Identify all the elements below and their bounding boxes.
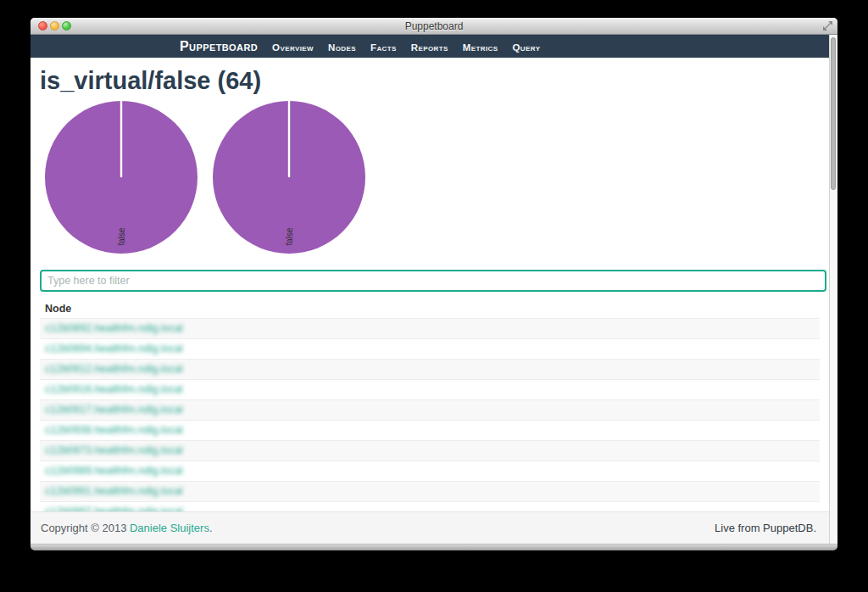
nav-item-metrics[interactable]: Metrics bbox=[463, 42, 498, 53]
navbar-brand[interactable]: Puppetboard bbox=[180, 35, 258, 58]
table-row: c12b0917.healthfm.ndlg.local bbox=[40, 400, 820, 421]
node-table: Node c12b0892.healthfm.ndlg.local c12b08… bbox=[40, 301, 820, 511]
pie-slice-label: false bbox=[117, 227, 126, 246]
table-row: c12b0989.healthfm.ndlg.local bbox=[40, 461, 820, 482]
table-row: c12b0991.healthfm.ndlg.local bbox=[40, 482, 820, 502]
fullscreen-expand-icon[interactable] bbox=[823, 21, 832, 31]
nav-item-facts[interactable]: Facts bbox=[370, 42, 397, 53]
desktop-background: Puppetboard Puppetboard Overview Nodes F… bbox=[0, 0, 868, 592]
node-link[interactable]: c12b0991.healthfm.ndlg.local bbox=[45, 485, 183, 497]
node-link[interactable]: c12b0973.healthfm.ndlg.local bbox=[45, 444, 183, 456]
node-link[interactable]: c12b0916.healthfm.ndlg.local bbox=[45, 383, 183, 395]
pie-chart-1: false bbox=[42, 98, 200, 256]
node-link[interactable]: c12b0997.healthfm.ndlg.local bbox=[45, 505, 183, 511]
app-window: Puppetboard Puppetboard Overview Nodes F… bbox=[31, 18, 837, 550]
page-footer: Copyright © 2013 Daniele Sluijters. Live… bbox=[31, 511, 829, 544]
node-link[interactable]: c12b0912.healthfm.ndlg.local bbox=[45, 363, 183, 375]
nav-item-reports[interactable]: Reports bbox=[411, 42, 448, 53]
nav-item-nodes[interactable]: Nodes bbox=[328, 42, 356, 53]
table-row: c12b0892.healthfm.ndlg.local bbox=[40, 319, 820, 339]
browser-viewport: Puppetboard Overview Nodes Facts Reports… bbox=[31, 35, 837, 544]
vertical-scrollbar-thumb[interactable] bbox=[831, 37, 836, 190]
fact-charts: false false bbox=[42, 98, 820, 256]
copyright-text: Copyright © 2013 Daniele Sluijters. bbox=[41, 522, 213, 534]
table-row: c12b0997.healthfm.ndlg.local bbox=[40, 502, 820, 512]
main-navbar: Puppetboard Overview Nodes Facts Reports… bbox=[31, 35, 837, 58]
table-header-row: Node bbox=[40, 301, 820, 319]
node-link[interactable]: c12b0892.healthfm.ndlg.local bbox=[45, 322, 183, 334]
nav-item-overview[interactable]: Overview bbox=[272, 42, 314, 53]
window-bottom-bar[interactable] bbox=[31, 544, 837, 550]
node-link[interactable]: c12b0917.healthfm.ndlg.local bbox=[45, 404, 183, 416]
copyright-suffix: . bbox=[209, 522, 213, 534]
column-header-node: Node bbox=[40, 301, 820, 319]
node-link[interactable]: c12b0938.healthfm.ndlg.local bbox=[45, 424, 183, 436]
table-row: c12b0912.healthfm.ndlg.local bbox=[40, 360, 820, 380]
nav-item-query[interactable]: Query bbox=[513, 42, 541, 53]
pie-slice-label: false bbox=[285, 227, 294, 246]
table-row: c12b0938.healthfm.ndlg.local bbox=[40, 421, 820, 441]
window-title: Puppetboard bbox=[31, 18, 837, 35]
table-row: c12b0973.healthfm.ndlg.local bbox=[40, 441, 820, 461]
puppetdb-status-text: Live from PuppetDB. bbox=[715, 522, 816, 534]
pie-chart-2: false bbox=[210, 98, 368, 256]
node-link[interactable]: c12b0894.healthfm.ndlg.local bbox=[45, 343, 183, 355]
filter-input[interactable] bbox=[40, 270, 826, 292]
page-content: is_virtual/false (64) false false bbox=[31, 58, 829, 511]
vertical-scrollbar-track[interactable] bbox=[829, 35, 837, 544]
copyright-prefix: Copyright © 2013 bbox=[41, 522, 130, 534]
page-title: is_virtual/false (64) bbox=[40, 66, 820, 95]
author-link[interactable]: Daniele Sluijters bbox=[130, 522, 209, 534]
window-titlebar[interactable]: Puppetboard bbox=[31, 18, 837, 35]
node-link[interactable]: c12b0989.healthfm.ndlg.local bbox=[45, 465, 183, 477]
table-row: c12b0894.healthfm.ndlg.local bbox=[40, 339, 820, 360]
table-row: c12b0916.healthfm.ndlg.local bbox=[40, 380, 820, 400]
